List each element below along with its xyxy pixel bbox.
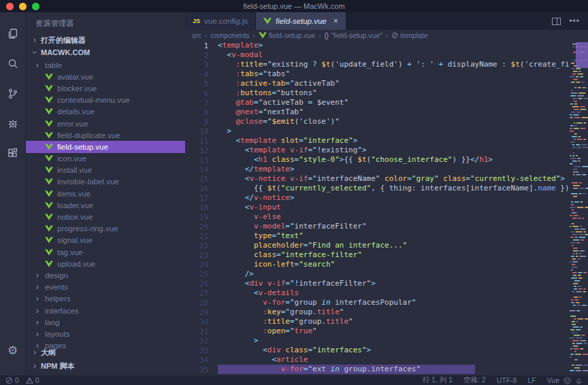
tree-item-items-vue[interactable]: items.vue [26, 188, 185, 199]
more-actions-icon[interactable]: ••• [569, 16, 580, 26]
vue-file-icon [45, 249, 53, 256]
tree-item-contextual-menu-vue[interactable]: contextual-menu.vue [26, 95, 185, 106]
breadcrumb-item-1[interactable]: src [192, 31, 201, 39]
tree-item-lang[interactable]: ›lang [26, 316, 185, 328]
tree-item-icon-vue[interactable]: icon.vue [26, 153, 185, 165]
tree-item-helpers[interactable]: ›helpers [26, 293, 185, 305]
line-number: 8 [185, 107, 218, 117]
tree-item-interfaces[interactable]: ›interfaces [26, 305, 185, 316]
line-number: 28 [185, 298, 218, 307]
error-indicator[interactable]: 0 [5, 376, 19, 384]
status-item-2[interactable]: 空格: 2 [463, 375, 486, 385]
code-line: 24 icon-left="search" [185, 260, 569, 269]
line-number: 16 [185, 184, 218, 193]
code-line: 27 <v-details [185, 288, 569, 298]
tree-item-layouts[interactable]: ›layouts [26, 328, 185, 339]
tree-item-tag-vue[interactable]: tag.vue [26, 246, 185, 258]
line-number: 11 [185, 136, 218, 146]
minimap-slider[interactable] [576, 42, 588, 68]
tree-item-signal-vue[interactable]: signal.vue [26, 235, 185, 246]
vue-file-icon [45, 73, 53, 80]
code-line-content: placeholder="Find an interface..." [218, 241, 569, 250]
vue-file-icon [45, 108, 53, 115]
debug-icon[interactable] [0, 109, 26, 139]
search-icon[interactable] [0, 49, 26, 79]
feedback-smiley-icon[interactable] [564, 377, 571, 384]
outline-section[interactable]: › 大纲 [26, 346, 185, 358]
npm-scripts-section[interactable]: › NPM 脚本 [26, 360, 185, 372]
tree-item-field-duplicate-vue[interactable]: field-duplicate.vue [26, 129, 185, 141]
breadcrumb-item-2[interactable]: components [210, 31, 249, 39]
settings-gear-icon[interactable]: ⚙ [7, 344, 18, 358]
source-control-icon[interactable] [0, 79, 26, 109]
tree-item-label: install.vue [57, 166, 92, 174]
code-line-content: <h1 class="style-0">{{ $t("choose_interf… [218, 155, 569, 165]
tab-field-setup-vue[interactable]: field-setup.vue× [256, 12, 346, 30]
tab-vue-config-js[interactable]: JSvue.config.js [185, 12, 256, 30]
open-editors-section[interactable]: › 打开的编辑器 [26, 34, 185, 46]
code-line: 23 class="interface-filter" [185, 250, 569, 260]
tree-item-label: upload.vue [57, 260, 95, 268]
vue-file-icon [45, 155, 53, 162]
code-line: 9 @close="$emit('close')" [185, 117, 569, 127]
braces-icon: {} [325, 32, 329, 39]
split-editor-icon[interactable] [552, 18, 561, 25]
vue-file-icon [45, 261, 53, 267]
breadcrumb-item-5[interactable]: template [391, 31, 427, 39]
status-item-3[interactable]: UTF-8 [497, 376, 517, 384]
project-root-section[interactable]: › MACWK.COM [26, 46, 185, 58]
tree-item-blocker-vue[interactable]: blocker.vue [26, 82, 185, 94]
code-line-content: :title="existing ? $t('update_field') + … [218, 60, 569, 69]
code-line-content: > [218, 336, 569, 346]
breadcrumb-item-3[interactable]: field-setup.vue [259, 31, 315, 39]
code-line: 6 :buttons="buttons" [185, 88, 569, 98]
minimap[interactable] [569, 41, 588, 375]
explorer-icon[interactable] [0, 19, 26, 49]
line-number: 15 [185, 174, 218, 184]
notifications-bell-icon[interactable] [575, 377, 583, 384]
tree-item-label: items.vue [57, 190, 91, 198]
line-number: 19 [185, 212, 218, 222]
vue-file-icon [45, 167, 53, 173]
code-line-content: @next="nextTab" [218, 107, 569, 117]
line-number: 26 [185, 279, 218, 288]
breadcrumb-item-4[interactable]: {}"field-setup.vue" [325, 31, 382, 39]
tree-item-error-vue[interactable]: error.vue [26, 118, 185, 129]
tree-item-progress-ring-vue[interactable]: progress-ring.vue [26, 223, 185, 235]
extensions-icon[interactable] [0, 139, 26, 169]
tree-item-events[interactable]: ›events [26, 282, 185, 293]
code-line: 26 <div v-if="!interfaceFilter"> [185, 279, 569, 288]
code-line-content: <v-input [218, 203, 569, 212]
status-item-5[interactable]: Vue [547, 376, 559, 384]
line-number: 35 [185, 365, 218, 374]
line-number: 30 [185, 317, 218, 327]
code-line: 33 <div class="interfaces"> [185, 346, 569, 355]
tree-item-upload-vue[interactable]: upload.vue [26, 258, 185, 269]
status-item-1[interactable]: 行 1, 列 1 [423, 375, 453, 385]
tree-item-notice-vue[interactable]: notice.vue [26, 211, 185, 222]
tree-item-avatar-vue[interactable]: avatar.vue [26, 71, 185, 82]
problem-count: 0 [15, 376, 19, 384]
warning-indicator[interactable]: 0 [26, 376, 39, 384]
code-line-content: @tab="activeTab = $event" [218, 98, 569, 107]
tree-item-table[interactable]: ›table [26, 59, 185, 71]
tree-item-invisible-label-vue[interactable]: invisible-label.vue [26, 176, 185, 188]
vue-file-icon [45, 214, 53, 220]
tree-item-loader-vue[interactable]: loader.vue [26, 199, 185, 211]
problems-indicator[interactable]: 00 [5, 376, 39, 384]
tree-item-field-setup-vue[interactable]: field-setup.vue [26, 141, 185, 152]
code-line-content: <v-modal [218, 50, 569, 60]
status-item-4[interactable]: LF [527, 376, 536, 384]
code-line-content: <template slot="interface"> [218, 136, 569, 146]
code-line-content: v-for="group in interfacesPopular" [218, 298, 569, 307]
vue-file-icon [45, 190, 53, 197]
close-icon[interactable]: × [333, 16, 338, 26]
code-line: 17 </v-notice> [185, 193, 569, 203]
tree-item-install-vue[interactable]: install.vue [26, 165, 185, 176]
tree-item-design[interactable]: ›design [26, 269, 185, 281]
line-number: 33 [185, 346, 218, 355]
vue-file-icon [45, 132, 53, 139]
code-editor[interactable]: 1<template>2 <v-modal3 :title="existing … [185, 41, 588, 375]
tree-item-details-vue[interactable]: details.vue [26, 106, 185, 118]
code-line: 11 <template slot="interface"> [185, 136, 569, 146]
